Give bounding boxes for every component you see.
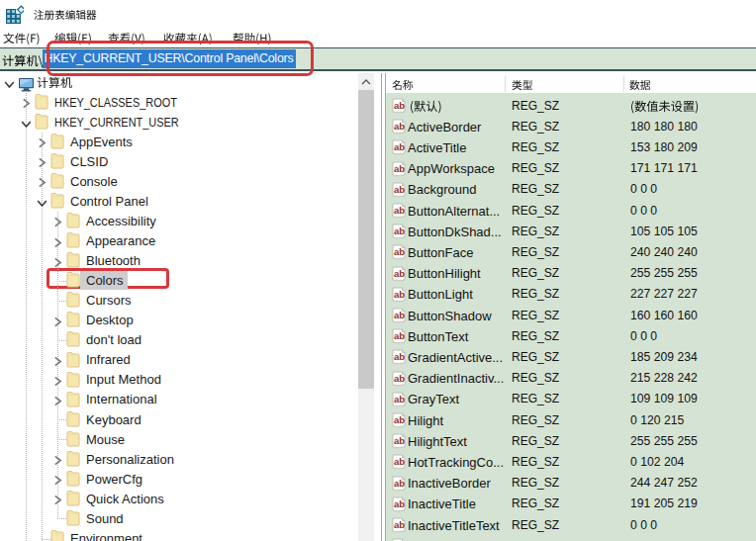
svg-text:ab: ab (394, 435, 405, 446)
svg-text:ab: ab (394, 310, 405, 320)
svg-text:ab: ab (394, 372, 405, 383)
svg-text:ab: ab (394, 267, 405, 278)
svg-text:ab: ab (394, 497, 405, 508)
svg-text:ab: ab (394, 288, 405, 299)
svg-text:ab: ab (394, 121, 405, 132)
svg-text:ab: ab (394, 351, 405, 362)
svg-text:ab: ab (394, 414, 405, 425)
svg-text:ab: ab (394, 456, 405, 467)
svg-text:ab: ab (394, 330, 405, 341)
svg-text:ab: ab (394, 205, 405, 216)
svg-text:ab: ab (394, 100, 405, 111)
svg-text:ab: ab (394, 246, 405, 257)
svg-text:ab: ab (394, 183, 405, 194)
svg-text:ab: ab (394, 225, 405, 236)
svg-text:ab: ab (394, 519, 405, 530)
svg-text:ab: ab (394, 162, 405, 173)
svg-text:ab: ab (394, 477, 405, 488)
svg-text:ab: ab (394, 393, 405, 404)
svg-text:ab: ab (394, 141, 405, 152)
